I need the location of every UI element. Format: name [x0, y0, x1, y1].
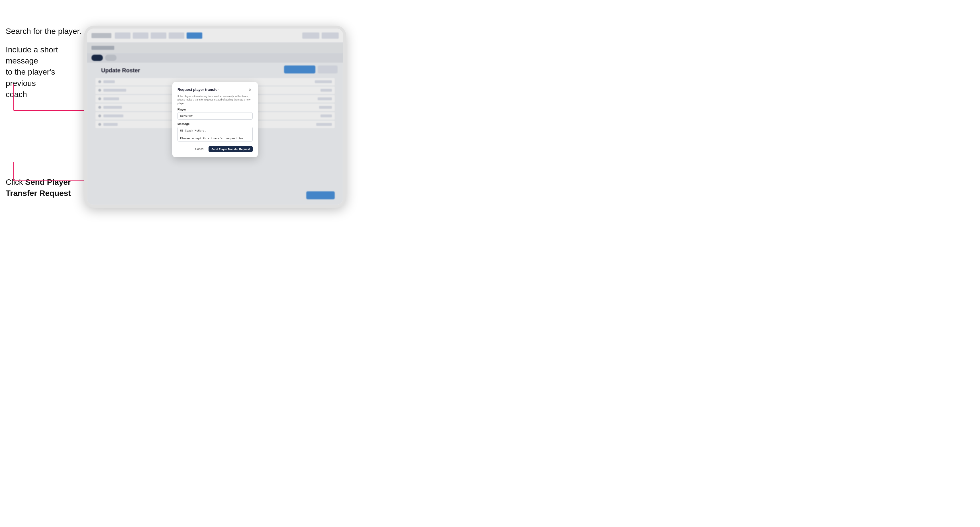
message-label: Message [178, 122, 253, 125]
player-label: Player [178, 108, 253, 111]
modal-header: Request player transfer ✕ [178, 87, 253, 92]
transfer-request-modal: Request player transfer ✕ If the player … [172, 82, 258, 157]
modal-footer: Cancel Send Player Transfer Request [178, 146, 253, 152]
annotation-search: Search for the player. [6, 25, 81, 37]
send-player-transfer-request-button[interactable]: Send Player Transfer Request [208, 146, 253, 152]
cancel-button[interactable]: Cancel [193, 146, 206, 152]
message-textarea[interactable]: Hi Coach McHarg, Please accept this tran… [178, 127, 253, 141]
modal-overlay: Request player transfer ✕ If the player … [87, 29, 343, 205]
modal-close-button[interactable]: ✕ [248, 87, 253, 92]
player-input[interactable] [178, 112, 253, 119]
modal-title: Request player transfer [178, 87, 219, 92]
annotation-message: Include a short messageto the player's p… [6, 44, 83, 100]
modal-description: If the player is transferring from anoth… [178, 95, 253, 105]
tablet-device: Update Roster [84, 25, 346, 208]
annotation-click: Click Send PlayerTransfer Request [6, 176, 83, 199]
